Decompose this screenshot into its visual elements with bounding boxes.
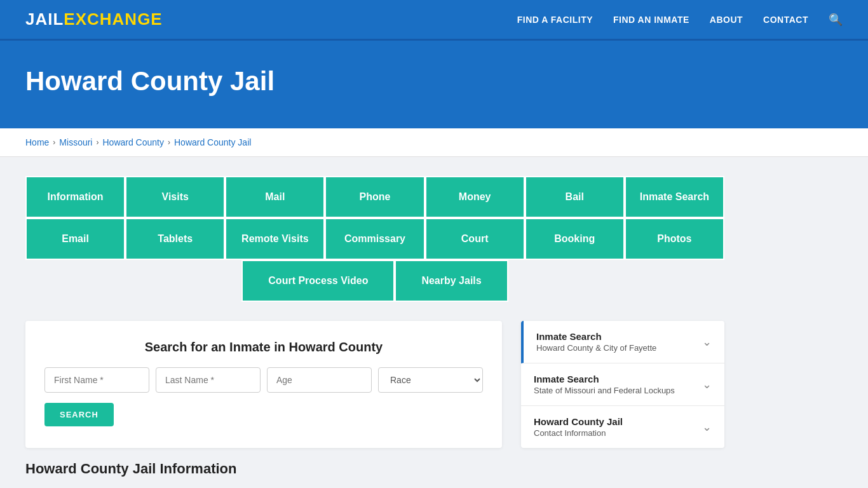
grid-btn-nearby-jails[interactable]: Nearby Jails bbox=[395, 260, 508, 302]
breadcrumb-home[interactable]: Home bbox=[25, 137, 49, 147]
breadcrumb-sep-2: › bbox=[96, 138, 98, 147]
grid-btn-court-process-video[interactable]: Court Process Video bbox=[241, 260, 395, 302]
grid-btn-money[interactable]: Money bbox=[425, 176, 525, 218]
breadcrumb-sep-3: › bbox=[168, 138, 170, 147]
sidebar-item-title-2: Inmate Search bbox=[534, 374, 675, 384]
breadcrumb-howard-county[interactable]: Howard County bbox=[102, 137, 164, 147]
sidebar: Inmate Search Howard County & City of Fa… bbox=[521, 321, 724, 448]
breadcrumb-sep-1: › bbox=[53, 138, 55, 147]
breadcrumb: Home › Missouri › Howard County › Howard… bbox=[25, 137, 843, 147]
sidebar-item-inmate-search-local[interactable]: Inmate Search Howard County & City of Fa… bbox=[521, 321, 724, 363]
grid-btn-tablets[interactable]: Tablets bbox=[125, 218, 225, 260]
grid-btn-bail[interactable]: Bail bbox=[525, 176, 625, 218]
grid-btn-visits[interactable]: Visits bbox=[125, 176, 225, 218]
grid-btn-mail[interactable]: Mail bbox=[225, 176, 325, 218]
nav-find-facility[interactable]: FIND A FACILITY bbox=[517, 15, 593, 25]
age-input[interactable] bbox=[267, 367, 372, 393]
grid-btn-phone[interactable]: Phone bbox=[325, 176, 424, 218]
grid-btn-email[interactable]: Email bbox=[25, 218, 125, 260]
sidebar-item-text-2: Inmate Search State of Missouri and Fede… bbox=[534, 374, 675, 395]
sidebar-card: Inmate Search Howard County & City of Fa… bbox=[521, 321, 724, 448]
site-logo[interactable]: JAIL EXCHANGE bbox=[25, 10, 163, 29]
search-button[interactable]: SEARCH bbox=[44, 403, 114, 426]
sidebar-item-contact-info[interactable]: Howard County Jail Contact Information ⌄ bbox=[521, 406, 724, 448]
search-form: Race White Black Hispanic Asian Other bbox=[44, 367, 483, 393]
sidebar-item-inmate-search-state[interactable]: Inmate Search State of Missouri and Fede… bbox=[521, 363, 724, 406]
sidebar-item-text-1: Inmate Search Howard County & City of Fa… bbox=[536, 331, 656, 353]
race-select[interactable]: Race White Black Hispanic Asian Other bbox=[378, 367, 483, 393]
sidebar-item-subtitle-2: State of Missouri and Federal Lockups bbox=[534, 386, 675, 395]
page-title: Howard County Jail bbox=[25, 66, 843, 97]
nav-about[interactable]: ABOUT bbox=[710, 15, 743, 25]
chevron-down-icon-2: ⌄ bbox=[702, 377, 712, 391]
grid-btn-booking[interactable]: Booking bbox=[525, 218, 625, 260]
grid-row-3: Court Process Video Nearby Jails bbox=[25, 260, 724, 302]
grid-btn-remote-visits[interactable]: Remote Visits bbox=[225, 218, 325, 260]
grid-btn-information[interactable]: Information bbox=[25, 176, 125, 218]
hero-section: Howard County Jail bbox=[0, 41, 868, 128]
category-grid: Information Visits Mail Phone Money Bail… bbox=[25, 176, 724, 302]
content-area: Search for an Inmate in Howard County Ra… bbox=[25, 321, 724, 448]
chevron-down-icon-1: ⌄ bbox=[702, 335, 712, 349]
grid-btn-commissary[interactable]: Commissary bbox=[325, 218, 424, 260]
grid-btn-court[interactable]: Court bbox=[425, 218, 525, 260]
main-content: Information Visits Mail Phone Money Bail… bbox=[0, 157, 868, 488]
grid-row-1: Information Visits Mail Phone Money Bail… bbox=[25, 176, 724, 218]
navbar: JAIL EXCHANGE FIND A FACILITY FIND AN IN… bbox=[0, 0, 868, 41]
nav-find-inmate[interactable]: FIND AN INMATE bbox=[613, 15, 689, 25]
navbar-links: FIND A FACILITY FIND AN INMATE ABOUT CON… bbox=[517, 13, 843, 27]
sidebar-item-subtitle-1: Howard County & City of Fayette bbox=[536, 343, 656, 353]
grid-btn-inmate-search[interactable]: Inmate Search bbox=[625, 176, 724, 218]
breadcrumb-missouri[interactable]: Missouri bbox=[59, 137, 92, 147]
bottom-title: Howard County Jail Information bbox=[25, 461, 724, 477]
inmate-search-box: Search for an Inmate in Howard County Ra… bbox=[25, 321, 502, 448]
grid-btn-photos[interactable]: Photos bbox=[625, 218, 724, 260]
sidebar-item-title-3: Howard County Jail bbox=[534, 416, 623, 427]
logo-jail: JAIL bbox=[25, 10, 64, 29]
breadcrumb-bar: Home › Missouri › Howard County › Howard… bbox=[0, 128, 868, 157]
last-name-input[interactable] bbox=[156, 367, 261, 393]
sidebar-item-subtitle-3: Contact Information bbox=[534, 428, 623, 438]
chevron-down-icon-3: ⌄ bbox=[702, 420, 712, 434]
sidebar-item-text-3: Howard County Jail Contact Information bbox=[534, 416, 623, 438]
logo-exchange: EXCHANGE bbox=[64, 10, 162, 29]
search-title: Search for an Inmate in Howard County bbox=[44, 340, 483, 355]
first-name-input[interactable] bbox=[44, 367, 149, 393]
bottom-section: Howard County Jail Information bbox=[25, 461, 724, 477]
breadcrumb-howard-county-jail[interactable]: Howard County Jail bbox=[174, 137, 251, 147]
nav-contact[interactable]: CONTACT bbox=[763, 15, 808, 25]
search-icon[interactable]: 🔍 bbox=[829, 13, 843, 27]
grid-row-2: Email Tablets Remote Visits Commissary C… bbox=[25, 218, 724, 260]
sidebar-item-title-1: Inmate Search bbox=[536, 331, 656, 342]
